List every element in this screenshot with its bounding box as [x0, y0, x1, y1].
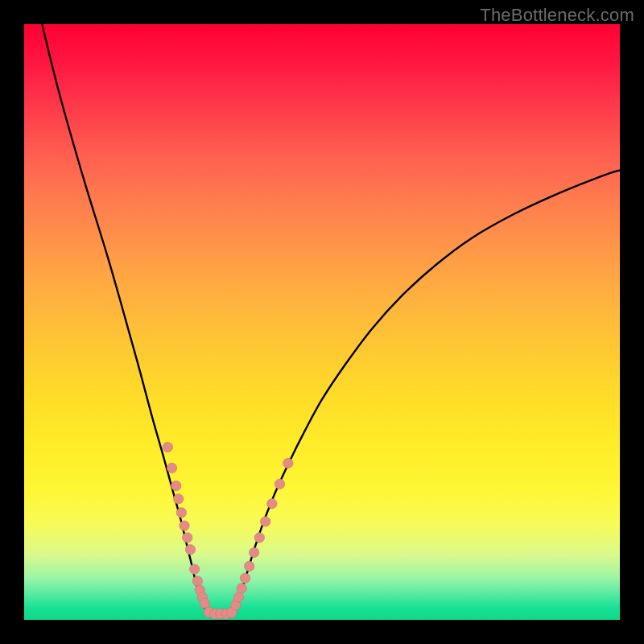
data-dot — [233, 592, 243, 602]
data-dot — [183, 533, 192, 543]
data-dot — [283, 458, 293, 468]
outer-frame: TheBottleneck.com — [0, 0, 644, 644]
data-dot — [254, 533, 264, 543]
data-dot — [249, 547, 258, 557]
chart-svg — [24, 24, 620, 620]
dots-left — [163, 442, 209, 608]
data-dot — [275, 479, 284, 489]
curve-right — [232, 170, 620, 613]
data-dot — [200, 598, 209, 608]
data-dot — [163, 442, 172, 452]
watermark-text: TheBottleneck.com — [480, 5, 634, 26]
data-dot — [171, 481, 181, 490]
data-dot — [180, 521, 189, 530]
data-dot — [167, 463, 176, 473]
data-dot — [185, 544, 195, 554]
data-dot — [189, 564, 199, 574]
data-dot — [192, 576, 202, 586]
plot-area — [24, 24, 620, 620]
data-dot — [240, 573, 250, 583]
data-dot — [176, 508, 186, 518]
data-dot — [245, 561, 254, 571]
data-dot — [173, 494, 183, 504]
data-dot — [237, 584, 246, 593]
dots-right — [231, 458, 294, 610]
dots-floor — [204, 607, 237, 619]
data-dot — [261, 517, 270, 526]
data-dot — [267, 499, 277, 509]
